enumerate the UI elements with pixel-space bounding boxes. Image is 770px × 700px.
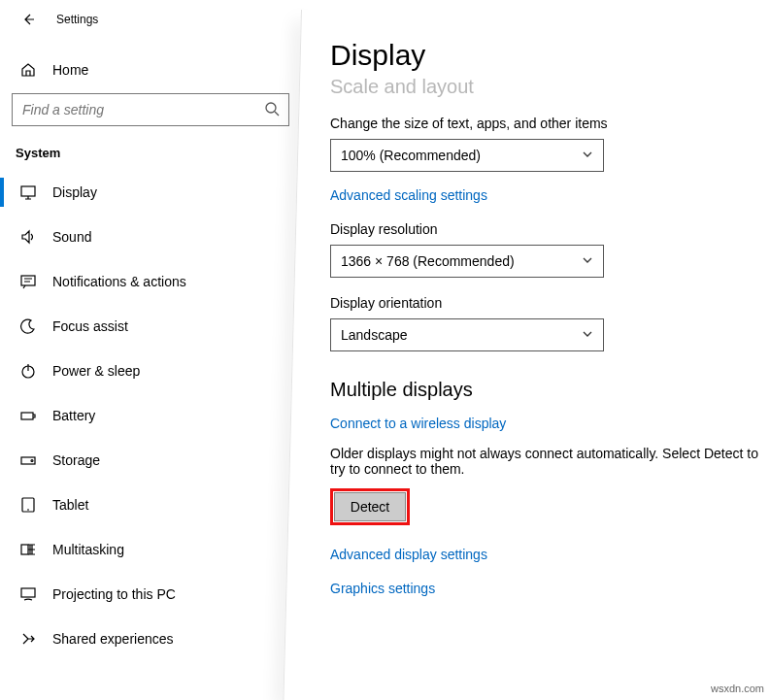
chevron-down-icon: [582, 327, 593, 343]
dropdown-value: 1366 × 768 (Recommended): [341, 253, 515, 269]
sidebar-item-label: Multitasking: [52, 542, 124, 557]
moon-icon: [17, 317, 39, 335]
detect-highlight: Detect: [330, 488, 410, 525]
svg-rect-1: [21, 186, 35, 196]
sidebar-item-label: Notifications & actions: [52, 274, 186, 289]
sidebar-item-label: Shared experiences: [52, 631, 174, 647]
home-label: Home: [52, 62, 88, 78]
svg-rect-2: [21, 276, 35, 285]
wireless-display-link[interactable]: Connect to a wireless display: [330, 416, 506, 431]
chevron-down-icon: [582, 148, 593, 163]
sidebar-item-label: Tablet: [52, 497, 88, 513]
resolution-dropdown[interactable]: 1366 × 768 (Recommended): [330, 245, 604, 278]
sidebar-item-multitasking[interactable]: Multitasking: [0, 527, 301, 572]
main-content: Display Scale and layout Change the size…: [301, 0, 770, 700]
sidebar-item-label: Display: [52, 184, 97, 200]
sidebar-item-label: Sound: [52, 229, 91, 245]
multitasking-icon: [17, 541, 39, 558]
advanced-display-link[interactable]: Advanced display settings: [330, 547, 487, 562]
graphics-settings-link[interactable]: Graphics settings: [330, 581, 435, 596]
svg-rect-4: [21, 413, 33, 419]
sidebar-nav: Display Sound Notifications & actions Fo…: [0, 170, 301, 661]
sidebar-item-display[interactable]: Display: [0, 170, 301, 215]
chevron-down-icon: [582, 253, 593, 269]
shared-icon: [17, 630, 39, 648]
storage-icon: [17, 451, 39, 469]
search-icon: [264, 101, 280, 120]
svg-point-0: [266, 103, 276, 113]
sound-icon: [17, 228, 39, 246]
sidebar-item-label: Battery: [52, 408, 95, 423]
sidebar-item-battery[interactable]: Battery: [0, 393, 301, 438]
orientation-dropdown[interactable]: Landscape: [330, 318, 604, 351]
section-heading: System: [0, 126, 301, 170]
arrow-left-icon: [20, 12, 36, 27]
sidebar-item-shared[interactable]: Shared experiences: [0, 617, 301, 661]
scale-dropdown[interactable]: 100% (Recommended): [330, 139, 604, 172]
watermark: wsxdn.com: [711, 683, 764, 694]
svg-point-6: [31, 460, 33, 462]
home-icon: [17, 61, 39, 79]
monitor-icon: [17, 183, 39, 201]
advanced-scaling-link[interactable]: Advanced scaling settings: [330, 187, 487, 203]
detect-button[interactable]: Detect: [334, 492, 406, 521]
sidebar-item-label: Focus assist: [52, 318, 128, 334]
orientation-label: Display orientation: [330, 295, 762, 311]
sidebar-item-tablet[interactable]: Tablet: [0, 483, 301, 527]
sidebar-item-label: Storage: [52, 452, 100, 468]
notifications-icon: [17, 273, 39, 290]
sidebar-item-storage[interactable]: Storage: [0, 438, 301, 483]
scale-label: Change the size of text, apps, and other…: [330, 116, 762, 131]
window-title: Settings: [56, 13, 98, 26]
detect-description: Older displays might not always connect …: [330, 446, 762, 477]
sidebar-item-label: Power & sleep: [52, 363, 140, 379]
resolution-label: Display resolution: [330, 221, 762, 237]
sidebar-item-focus[interactable]: Focus assist: [0, 304, 301, 349]
dropdown-value: Landscape: [341, 327, 408, 343]
svg-rect-8: [21, 545, 28, 554]
scale-heading: Scale and layout: [330, 76, 762, 98]
title-bar: Settings: [0, 0, 301, 39]
battery-icon: [17, 407, 39, 424]
projecting-icon: [17, 585, 39, 603]
sidebar-item-label: Projecting to this PC: [52, 586, 176, 602]
sidebar-item-notifications[interactable]: Notifications & actions: [0, 259, 301, 304]
home-nav[interactable]: Home: [0, 50, 301, 89]
tablet-icon: [17, 496, 39, 514]
search-input[interactable]: [12, 93, 289, 126]
sidebar: Settings Home System Display Sound Notif…: [0, 0, 301, 700]
multiple-displays-heading: Multiple displays: [330, 379, 762, 401]
dropdown-value: 100% (Recommended): [341, 148, 481, 163]
sidebar-item-power[interactable]: Power & sleep: [0, 349, 301, 393]
svg-rect-9: [21, 588, 35, 597]
sidebar-item-sound[interactable]: Sound: [0, 215, 301, 259]
search-wrap: [0, 89, 301, 126]
sidebar-item-projecting[interactable]: Projecting to this PC: [0, 572, 301, 617]
power-icon: [17, 362, 39, 380]
back-button[interactable]: [14, 5, 43, 34]
page-title: Display: [330, 39, 762, 72]
